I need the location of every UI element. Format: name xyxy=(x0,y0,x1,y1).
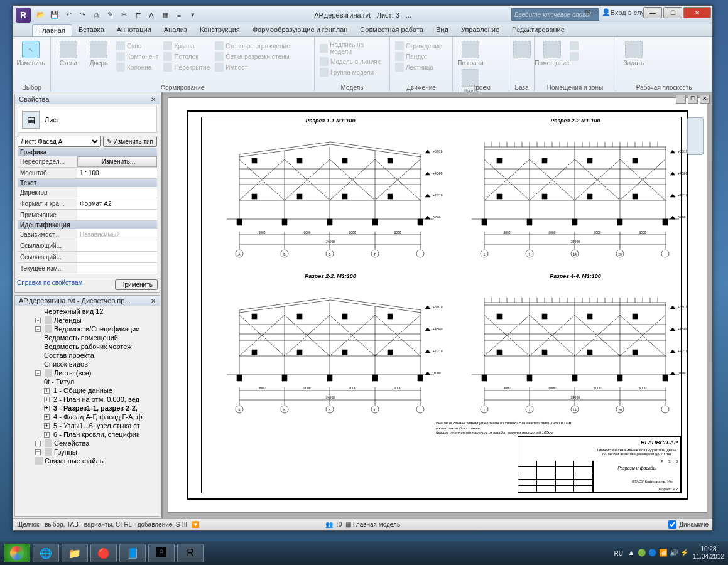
tree-item[interactable]: +4 - Фасад А-Г, фасад Г-А, ф xyxy=(16,412,158,421)
qat-save[interactable]: 💾 xyxy=(48,9,61,21)
task-explorer[interactable]: 📁 xyxy=(62,544,88,562)
tree-item[interactable]: -Листы (все) xyxy=(16,369,158,377)
wall-button[interactable]: Стена xyxy=(55,41,82,67)
tab-home[interactable]: Главная xyxy=(32,24,72,36)
filter-icon[interactable]: 🔽 xyxy=(192,521,199,528)
view-min-icon[interactable]: — xyxy=(676,95,686,104)
type-dropdown[interactable]: Лист: Фасад А xyxy=(18,136,101,147)
set-plane-button[interactable]: Задать xyxy=(620,41,648,67)
tree-item[interactable]: Ведомость помещений xyxy=(16,333,158,342)
worksets-icon[interactable]: 👥 xyxy=(325,521,333,528)
qat-btn[interactable]: ✎ xyxy=(104,9,116,21)
railing-button[interactable]: Ограждение xyxy=(394,41,443,51)
tree-item[interactable]: +3 - Разрез1-1, разрез 2-2, xyxy=(16,404,158,412)
tray-icon[interactable]: ⚡ xyxy=(680,549,689,557)
ceiling-button[interactable]: Потолок xyxy=(162,51,211,62)
communicate-icon[interactable]: ☆ xyxy=(593,8,599,16)
pin-icon[interactable]: ✕ xyxy=(151,298,156,304)
mullion-button[interactable]: Импост xyxy=(214,62,291,72)
qat-btn[interactable]: ✂ xyxy=(117,9,130,21)
view-close-icon[interactable]: ✕ xyxy=(700,95,710,104)
stair-button[interactable]: Лестница xyxy=(394,62,443,72)
tab-analyze[interactable]: Анализ xyxy=(158,24,193,36)
column-button[interactable]: Колонна xyxy=(115,62,160,72)
component-button[interactable]: Компонент xyxy=(115,51,160,62)
task-ie[interactable]: 🌐 xyxy=(33,544,59,562)
tab-collab[interactable]: Совместная работа xyxy=(354,24,430,36)
qat-btn[interactable]: ⇄ xyxy=(131,9,144,21)
qat-print[interactable]: ⎙ xyxy=(90,9,102,21)
tree-item[interactable]: +1 - Общие данные xyxy=(16,386,158,395)
tree-item[interactable]: +Группы xyxy=(16,448,158,456)
tree-item[interactable]: +6 - План кровли, специфик xyxy=(16,430,158,439)
room-button[interactable]: Помещение xyxy=(538,41,566,67)
model-group-button[interactable]: Группа модели xyxy=(318,67,386,77)
tray-icon[interactable]: 🟢 xyxy=(638,549,646,557)
by-face-button[interactable]: По грани xyxy=(457,41,484,67)
grid-button[interactable]: Сетка разрезки стены xyxy=(214,51,291,62)
edit-type-button[interactable]: ✎ Изменить тип xyxy=(103,136,157,147)
task-word[interactable]: 📘 xyxy=(119,544,146,562)
tree-item[interactable]: 0t - Титул xyxy=(16,377,158,386)
tree-item[interactable]: Ведомость рабочих чертеж xyxy=(16,342,158,351)
datum-button[interactable] xyxy=(513,41,531,58)
tray-icon[interactable]: 📶 xyxy=(659,549,668,557)
task-revit[interactable]: R xyxy=(177,544,204,562)
floor-button[interactable]: Перекрытие xyxy=(162,62,211,72)
model-dropdown[interactable]: ▦ Главная модель xyxy=(345,521,400,528)
view-max-icon[interactable]: ☐ xyxy=(688,95,698,104)
app-menu-button[interactable]: R xyxy=(16,8,31,23)
door-button[interactable]: Дверь xyxy=(85,41,112,67)
curtain-button[interactable]: Стеновое ограждение xyxy=(214,41,291,51)
tree-item[interactable]: -Ведомости/Спецификации xyxy=(16,325,158,333)
lang-indicator[interactable]: RU xyxy=(614,550,622,557)
qat-open[interactable]: 📂 xyxy=(35,9,47,21)
tree-item[interactable]: +2 - План на отм. 0.000, вед xyxy=(16,395,158,404)
tab-insert[interactable]: Вставка xyxy=(72,24,111,36)
browser-tree[interactable]: Чертежный вид 12-Легенды-Ведомости/Специ… xyxy=(15,306,160,516)
tray-icon[interactable]: 🔵 xyxy=(648,549,657,557)
tree-item[interactable]: Связанные файлы xyxy=(16,456,158,465)
qat-btn[interactable]: ≡ xyxy=(173,9,185,21)
minimize-button[interactable]: — xyxy=(643,7,662,18)
tab-annotate[interactable]: Аннотации xyxy=(111,24,158,36)
model-line-button[interactable]: Модель в линиях xyxy=(318,56,386,67)
qat-btn[interactable]: ▦ xyxy=(159,9,171,21)
tree-item[interactable]: Список видов xyxy=(16,360,158,369)
tree-item[interactable]: +Семейства xyxy=(16,439,158,448)
model-text-button[interactable]: Надпись на модели xyxy=(318,41,386,56)
window-button[interactable]: Окно xyxy=(115,41,160,51)
tree-item[interactable]: Состав проекта xyxy=(16,351,158,360)
dynamic-checkbox[interactable] xyxy=(668,520,676,529)
pin-icon[interactable]: ✕ xyxy=(151,96,156,103)
apply-button[interactable]: Применить xyxy=(115,279,158,290)
clock[interactable]: 10:28 11.04.2012 xyxy=(693,546,724,561)
tab-manage[interactable]: Управление xyxy=(455,24,506,36)
override-button[interactable]: Изменить... xyxy=(77,156,157,167)
qat-text[interactable]: A xyxy=(145,9,158,21)
roof-button[interactable]: Крыша xyxy=(162,41,211,51)
start-button[interactable] xyxy=(4,544,30,562)
type-selector[interactable]: ▤ Лист xyxy=(18,107,157,133)
canvas[interactable]: Разрез 1-1 М1:100 А3000Б6000В6000Г600024… xyxy=(168,97,707,513)
ramp-button[interactable]: Пандус xyxy=(394,51,443,62)
qat-dropdown[interactable]: ▾ xyxy=(187,9,199,21)
subscription-icon[interactable]: ⊞ xyxy=(585,8,590,16)
props-help-link[interactable]: Справка по свойствам xyxy=(17,279,82,290)
tree-item[interactable]: Чертежный вид 12 xyxy=(16,307,158,316)
tray-icon[interactable]: 🔊 xyxy=(670,549,678,557)
modify-button[interactable]: ↖ Изменить xyxy=(17,41,45,67)
tray-icon[interactable]: ▲ xyxy=(627,549,636,557)
tab-view[interactable]: Вид xyxy=(430,24,455,36)
tab-structure[interactable]: Конструкция xyxy=(193,24,246,36)
qat-redo[interactable]: ↷ xyxy=(76,9,89,21)
task-autocad[interactable]: 🅰 xyxy=(148,544,175,562)
close-button[interactable]: ✕ xyxy=(683,7,711,18)
maximize-button[interactable]: ☐ xyxy=(663,7,682,18)
tree-item[interactable]: +5 - Узлы1...6, узел стыка ст xyxy=(16,421,158,430)
tab-massing[interactable]: Формообразующие и генплан xyxy=(246,24,354,36)
tree-item[interactable]: -Легенды xyxy=(16,316,158,325)
task-chrome[interactable]: 🔴 xyxy=(90,544,117,562)
qat-undo[interactable]: ↶ xyxy=(62,9,75,21)
navigation-bar[interactable] xyxy=(687,117,704,155)
